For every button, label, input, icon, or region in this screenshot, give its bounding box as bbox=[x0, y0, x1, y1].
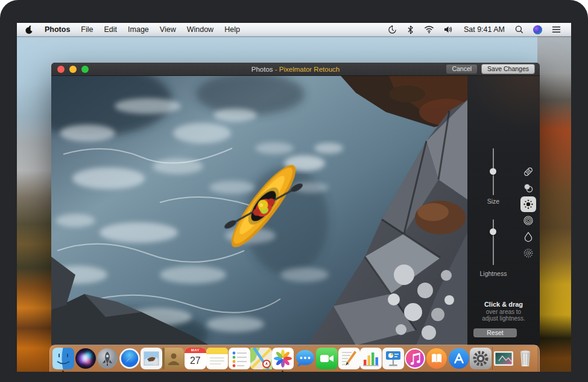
grain-tool-icon[interactable] bbox=[520, 245, 536, 261]
dock-mail-icon[interactable] bbox=[141, 348, 162, 369]
finder-running-indicator bbox=[62, 371, 64, 372]
hint-title: Click & drag bbox=[467, 301, 540, 308]
siri-icon[interactable] bbox=[529, 23, 546, 36]
tool-list bbox=[519, 164, 538, 261]
panel-hint: Click & drag over areas to adjust lightn… bbox=[467, 301, 540, 322]
wallpaper-right bbox=[537, 36, 571, 372]
time-machine-icon[interactable] bbox=[384, 23, 401, 36]
lightness-slider-thumb[interactable] bbox=[490, 228, 496, 235]
spotlight-search-icon[interactable] bbox=[511, 23, 528, 36]
apple-menu-icon[interactable] bbox=[17, 23, 39, 36]
calendar-month-label: MAY bbox=[185, 348, 206, 353]
saturate-tool-icon[interactable] bbox=[520, 229, 536, 245]
menu-item-image[interactable]: Image bbox=[122, 23, 154, 36]
dock-system-preferences-icon[interactable] bbox=[470, 348, 492, 369]
desktop: Photos - Pixelmator Retouch Cancel Save … bbox=[17, 36, 571, 372]
size-label: Size bbox=[472, 198, 514, 205]
menu-item-file[interactable]: File bbox=[75, 23, 98, 36]
lightness-slider-track[interactable] bbox=[493, 219, 494, 265]
wifi-icon[interactable] bbox=[420, 23, 438, 36]
dock-contacts-icon[interactable] bbox=[162, 348, 184, 369]
photos-running-indicator bbox=[282, 371, 283, 372]
dock-trash-icon[interactable] bbox=[514, 348, 536, 369]
volume-icon[interactable] bbox=[440, 23, 458, 36]
window-title-app: Photos bbox=[251, 66, 273, 73]
dock-ibooks-icon[interactable] bbox=[426, 348, 447, 369]
dock-finder-icon[interactable] bbox=[52, 348, 74, 369]
clone-tool-icon[interactable] bbox=[520, 180, 536, 196]
lightness-label: Lightness bbox=[472, 270, 514, 277]
menu-clock[interactable]: Sat 9:41 AM bbox=[459, 25, 510, 34]
dock-calendar-icon[interactable]: MAY 27 bbox=[185, 348, 206, 369]
dock-pages-icon[interactable] bbox=[338, 348, 360, 369]
dock-app-store-icon[interactable] bbox=[448, 348, 470, 369]
close-window-button[interactable] bbox=[57, 66, 65, 73]
menu-bar: Photos File Edit Image View Window Help bbox=[17, 23, 571, 36]
menu-item-view[interactable]: View bbox=[154, 23, 182, 36]
dock-messages-icon[interactable] bbox=[294, 348, 316, 369]
notification-center-icon[interactable] bbox=[548, 23, 565, 36]
reset-button[interactable]: Reset bbox=[473, 328, 517, 337]
dock-facetime-icon[interactable] bbox=[316, 348, 338, 369]
calendar-day-label: 27 bbox=[190, 353, 201, 369]
dock-siri-icon[interactable] bbox=[75, 348, 96, 369]
menu-item-edit[interactable]: Edit bbox=[99, 23, 123, 36]
cancel-button[interactable]: Cancel bbox=[446, 64, 478, 75]
retouch-panel: Size Lightness bbox=[467, 76, 540, 345]
dock-launchpad-icon[interactable] bbox=[96, 348, 118, 369]
hint-line1: over areas to bbox=[467, 308, 540, 316]
dock-notes-icon[interactable] bbox=[206, 348, 228, 369]
lighten-tool-icon[interactable] bbox=[520, 196, 536, 212]
dock-numbers-icon[interactable] bbox=[360, 348, 382, 369]
minimize-window-button[interactable] bbox=[69, 66, 77, 73]
photos-window: Photos - Pixelmator Retouch Cancel Save … bbox=[51, 63, 540, 345]
repair-tool-icon[interactable] bbox=[520, 164, 536, 180]
bluetooth-icon[interactable] bbox=[402, 23, 419, 36]
dock: MAY 27 bbox=[49, 345, 540, 372]
dock-safari-icon[interactable] bbox=[119, 348, 141, 369]
size-slider-thumb[interactable] bbox=[490, 168, 496, 175]
zoom-window-button[interactable] bbox=[81, 66, 89, 73]
soften-tool-icon[interactable] bbox=[520, 213, 536, 228]
macbook-mockup: Photos File Edit Image View Window Help bbox=[0, 0, 588, 382]
window-title-extension: - Pixelmator Retouch bbox=[275, 66, 340, 73]
window-titlebar[interactable]: Photos - Pixelmator Retouch Cancel Save … bbox=[51, 63, 540, 76]
dock-itunes-icon[interactable] bbox=[404, 348, 426, 369]
menu-item-photos[interactable]: Photos bbox=[39, 23, 75, 36]
dock-reminders-icon[interactable] bbox=[229, 348, 250, 369]
save-changes-button[interactable]: Save Changes bbox=[481, 64, 535, 75]
screen: Photos File Edit Image View Window Help bbox=[17, 23, 571, 372]
menu-item-help[interactable]: Help bbox=[219, 23, 245, 36]
dock-photos-icon[interactable] bbox=[272, 348, 294, 369]
dock-maps-icon[interactable] bbox=[250, 348, 272, 369]
hint-line2: adjust lightness. bbox=[467, 315, 540, 322]
dock-image-file-icon[interactable] bbox=[493, 348, 514, 369]
photo-canvas[interactable] bbox=[51, 76, 467, 345]
dock-keynote-icon[interactable] bbox=[382, 348, 404, 369]
menu-item-window[interactable]: Window bbox=[182, 23, 219, 36]
